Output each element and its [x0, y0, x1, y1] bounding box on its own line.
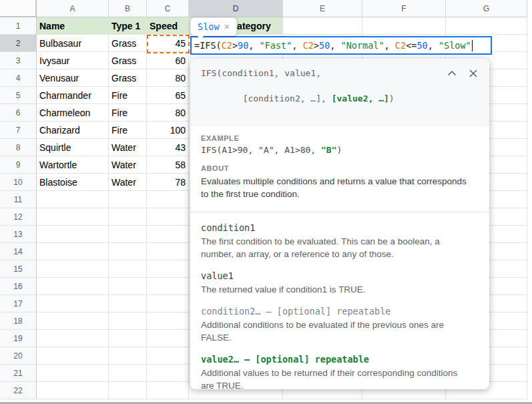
cell-A2[interactable]: Bulbasaur: [37, 35, 109, 52]
cell-B22[interactable]: [109, 382, 147, 399]
row-header-5[interactable]: 5: [0, 87, 37, 104]
row-header-4[interactable]: 4: [0, 69, 37, 87]
cell-B9[interactable]: Water: [109, 156, 147, 174]
cell-B4[interactable]: Grass: [109, 69, 147, 87]
cell-C20[interactable]: [147, 347, 189, 365]
column-header-D[interactable]: D: [189, 0, 283, 17]
cell-B3[interactable]: Grass: [109, 52, 147, 69]
cell-C15[interactable]: [147, 260, 189, 278]
cell-B13[interactable]: [109, 226, 147, 243]
cell-B11[interactable]: [109, 191, 147, 208]
cell-A12[interactable]: [37, 208, 109, 226]
row-header-18[interactable]: 18: [0, 313, 37, 330]
cell-C21[interactable]: [147, 365, 189, 382]
cell-B19[interactable]: [109, 330, 147, 347]
cell-A19[interactable]: [37, 330, 109, 347]
cell-A8[interactable]: Squirtle: [37, 139, 109, 156]
cell-B14[interactable]: [109, 243, 147, 260]
cell-A13[interactable]: [37, 226, 109, 243]
column-header-G[interactable]: G: [446, 0, 527, 17]
cell-A21[interactable]: [37, 365, 109, 382]
column-header-F[interactable]: F: [362, 0, 446, 17]
cell-A10[interactable]: Blastoise: [37, 174, 109, 191]
column-header-C[interactable]: C: [147, 0, 189, 17]
row-header-21[interactable]: 21: [0, 365, 37, 382]
cell-C9[interactable]: 58: [147, 156, 189, 174]
cell-G1[interactable]: [446, 17, 527, 35]
cell-A1[interactable]: Name: [37, 17, 109, 35]
column-header-E[interactable]: E: [283, 0, 362, 17]
cell-C12[interactable]: [147, 208, 189, 226]
cell-B10[interactable]: Water: [109, 174, 147, 191]
cell-C10[interactable]: 78: [147, 174, 189, 191]
cell-B6[interactable]: Fire: [109, 104, 147, 122]
cell-A15[interactable]: [37, 260, 109, 278]
row-header-19[interactable]: 19: [0, 330, 37, 347]
cell-C22[interactable]: [147, 382, 189, 399]
cell-C1[interactable]: Speed: [147, 17, 189, 35]
cell-C14[interactable]: [147, 243, 189, 260]
cell-B8[interactable]: Water: [109, 139, 147, 156]
cell-A17[interactable]: [37, 295, 109, 313]
cell-C6[interactable]: 80: [147, 104, 189, 122]
row-header-20[interactable]: 20: [0, 347, 37, 365]
cell-A11[interactable]: [37, 191, 109, 208]
row-header-11[interactable]: 11: [0, 191, 37, 208]
cell-A3[interactable]: Ivysaur: [37, 52, 109, 69]
row-header-22[interactable]: 22: [0, 382, 37, 399]
cell-F1[interactable]: [362, 17, 446, 35]
row-header-6[interactable]: 6: [0, 104, 37, 122]
collapse-icon[interactable]: [447, 68, 457, 79]
cell-B2[interactable]: Grass: [109, 35, 147, 52]
row-header-7[interactable]: 7: [0, 122, 37, 139]
row-header-16[interactable]: 16: [0, 278, 37, 295]
row-header-15[interactable]: 15: [0, 260, 37, 278]
cell-C18[interactable]: [147, 313, 189, 330]
row-header-3[interactable]: 3: [0, 52, 37, 69]
row-header-17[interactable]: 17: [0, 295, 37, 313]
select-all-corner[interactable]: [0, 0, 37, 17]
formula-cell-editor[interactable]: =IFS(C2>90, "Fast", C2>50, "Normal", C2<…: [190, 36, 492, 55]
cell-B7[interactable]: Fire: [109, 122, 147, 139]
cell-B5[interactable]: Fire: [109, 87, 147, 104]
cell-C17[interactable]: [147, 295, 189, 313]
cell-A6[interactable]: Charmeleon: [37, 104, 109, 122]
cell-B21[interactable]: [109, 365, 147, 382]
cell-C5[interactable]: 65: [147, 87, 189, 104]
cell-B1[interactable]: Type 1: [109, 17, 147, 35]
row-header-14[interactable]: 14: [0, 243, 37, 260]
cell-C7[interactable]: 100: [147, 122, 189, 139]
cell-A20[interactable]: [37, 347, 109, 365]
column-header-B[interactable]: B: [109, 0, 147, 17]
chip-close-icon[interactable]: ×: [224, 22, 230, 31]
row-header-10[interactable]: 10: [0, 174, 37, 191]
row-header-13[interactable]: 13: [0, 226, 37, 243]
row-header-9[interactable]: 9: [0, 156, 37, 174]
column-header-A[interactable]: A: [37, 0, 109, 17]
cell-B20[interactable]: [109, 347, 147, 365]
cell-C2[interactable]: 45: [147, 35, 189, 52]
cell-C13[interactable]: [147, 226, 189, 243]
cell-C19[interactable]: [147, 330, 189, 347]
cell-C11[interactable]: [147, 191, 189, 208]
cell-B18[interactable]: [109, 313, 147, 330]
close-icon[interactable]: [468, 68, 479, 79]
row-header-8[interactable]: 8: [0, 139, 37, 156]
cell-A14[interactable]: [37, 243, 109, 260]
cell-A22[interactable]: [37, 382, 109, 399]
cell-A18[interactable]: [37, 313, 109, 330]
cell-C8[interactable]: 43: [147, 139, 189, 156]
cell-A4[interactable]: Venusaur: [37, 69, 109, 87]
cell-A5[interactable]: Charmander: [37, 87, 109, 104]
cell-A16[interactable]: [37, 278, 109, 295]
cell-A9[interactable]: Wartortle: [37, 156, 109, 174]
cell-C3[interactable]: 60: [147, 52, 189, 69]
cell-B12[interactable]: [109, 208, 147, 226]
row-header-1[interactable]: 1: [0, 17, 37, 35]
cell-B17[interactable]: [109, 295, 147, 313]
cell-C4[interactable]: 80: [147, 69, 189, 87]
row-header-12[interactable]: 12: [0, 208, 37, 226]
row-header-2[interactable]: 2: [0, 35, 37, 52]
cell-A7[interactable]: Charizard: [37, 122, 109, 139]
cell-B16[interactable]: [109, 278, 147, 295]
